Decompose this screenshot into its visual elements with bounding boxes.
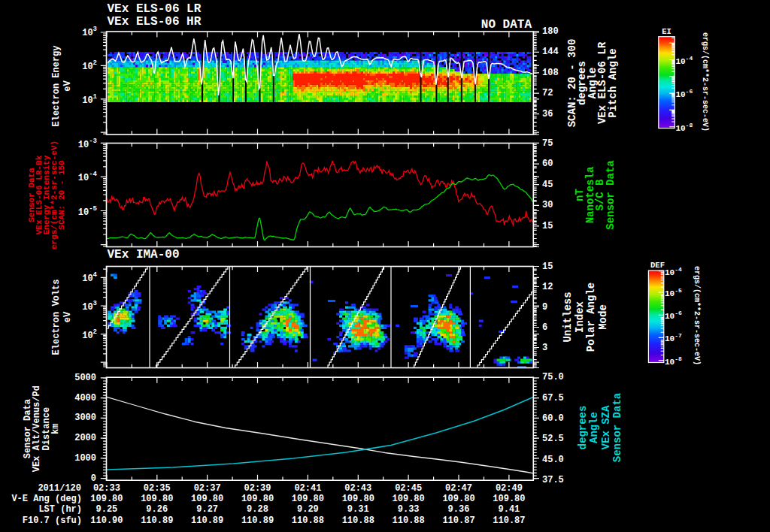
svg-text:3: 3 bbox=[542, 343, 547, 353]
svg-text:6: 6 bbox=[542, 322, 547, 333]
svg-text:110.90: 110.90 bbox=[90, 515, 123, 526]
svg-text:degrees: degrees bbox=[577, 406, 589, 450]
svg-text:110.87: 110.87 bbox=[493, 515, 525, 526]
svg-text:109.80: 109.80 bbox=[141, 494, 173, 504]
svg-text:9: 9 bbox=[542, 302, 547, 313]
svg-text:02:33: 02:33 bbox=[93, 483, 120, 494]
svg-text:108: 108 bbox=[542, 68, 559, 78]
svg-text:Mode: Mode bbox=[597, 304, 609, 330]
svg-text:ergs/(cm**2-sr-sec-eV): ergs/(cm**2-sr-sec-eV) bbox=[693, 266, 701, 365]
svg-text:15: 15 bbox=[542, 261, 553, 272]
svg-text:9.36: 9.36 bbox=[448, 504, 470, 515]
svg-text:eV: eV bbox=[62, 80, 73, 92]
svg-text:VEx SZA: VEx SZA bbox=[600, 405, 612, 449]
svg-text:Pitch Angle: Pitch Angle bbox=[607, 48, 619, 117]
svg-text:9.27: 9.27 bbox=[196, 504, 218, 515]
svg-text:110.88: 110.88 bbox=[292, 515, 324, 526]
svg-text:75: 75 bbox=[542, 138, 553, 149]
svg-text:ergs/(cm**2-sr-sec-eV): ergs/(cm**2-sr-sec-eV) bbox=[701, 32, 709, 131]
svg-text:Electron Volts: Electron Volts bbox=[51, 280, 62, 355]
svg-text:Index: Index bbox=[574, 301, 586, 333]
svg-text:110.89: 110.89 bbox=[241, 515, 274, 526]
svg-text:15: 15 bbox=[542, 221, 553, 231]
svg-text:9.29: 9.29 bbox=[297, 504, 319, 515]
svg-text:9.31: 9.31 bbox=[347, 504, 369, 515]
svg-text:02:39: 02:39 bbox=[244, 483, 271, 494]
svg-text:NO DATA: NO DATA bbox=[481, 18, 532, 32]
svg-text:9.28: 9.28 bbox=[247, 504, 268, 515]
svg-text:VEx IMA-00: VEx IMA-00 bbox=[108, 248, 180, 261]
svg-text:02:49: 02:49 bbox=[496, 483, 523, 494]
svg-text:110.89: 110.89 bbox=[191, 515, 223, 526]
svg-text:Sensor Data: Sensor Data bbox=[605, 160, 617, 230]
svg-text:60: 60 bbox=[542, 159, 553, 169]
svg-text:02:43: 02:43 bbox=[344, 483, 371, 494]
svg-text:109.80: 109.80 bbox=[90, 494, 123, 504]
svg-text:110.88: 110.88 bbox=[393, 515, 425, 526]
svg-text:110.88: 110.88 bbox=[342, 515, 374, 526]
svg-text:45.0: 45.0 bbox=[542, 455, 564, 465]
svg-text:109.80: 109.80 bbox=[393, 494, 425, 504]
svg-text:3000: 3000 bbox=[74, 413, 96, 423]
svg-text:30: 30 bbox=[542, 200, 553, 210]
svg-text:EI: EI bbox=[662, 27, 671, 36]
svg-text:72: 72 bbox=[542, 88, 553, 98]
svg-text:109.80: 109.80 bbox=[442, 494, 474, 504]
svg-text:9.33: 9.33 bbox=[398, 504, 420, 515]
svg-text:Electron Energy: Electron Energy bbox=[51, 45, 62, 126]
svg-text:LST (hr): LST (hr) bbox=[38, 504, 82, 515]
svg-text:180: 180 bbox=[542, 26, 559, 37]
svg-text:109.80: 109.80 bbox=[292, 494, 324, 504]
svg-text:9.25: 9.25 bbox=[95, 504, 117, 515]
svg-text:5000: 5000 bbox=[74, 373, 96, 383]
svg-text:02:45: 02:45 bbox=[395, 483, 422, 494]
svg-text:02:41: 02:41 bbox=[294, 483, 321, 494]
svg-text:VEx ELS-06 HR: VEx ELS-06 HR bbox=[108, 15, 202, 29]
svg-text:4000: 4000 bbox=[74, 393, 96, 404]
svg-text:02:47: 02:47 bbox=[445, 483, 472, 494]
svg-text:km: km bbox=[50, 423, 61, 434]
svg-text:52.5: 52.5 bbox=[542, 434, 564, 444]
svg-text:SCAN: 20 - 150: SCAN: 20 - 150 bbox=[57, 160, 66, 229]
svg-text:0: 0 bbox=[91, 473, 96, 484]
svg-text:9.41: 9.41 bbox=[498, 504, 520, 515]
svg-text:DEF: DEF bbox=[650, 261, 665, 270]
svg-text:2000: 2000 bbox=[74, 433, 96, 443]
svg-text:109.80: 109.80 bbox=[342, 494, 374, 504]
svg-text:Angle: Angle bbox=[588, 412, 600, 443]
svg-text:VEx ELS-06 LR: VEx ELS-06 LR bbox=[108, 2, 202, 16]
svg-text:75.0: 75.0 bbox=[542, 372, 564, 382]
svg-text:109.80: 109.80 bbox=[191, 494, 223, 504]
svg-text:110.89: 110.89 bbox=[141, 515, 173, 526]
svg-text:12: 12 bbox=[542, 282, 553, 292]
svg-text:Polar Angle: Polar Angle bbox=[585, 283, 597, 352]
svg-text:110.87: 110.87 bbox=[442, 515, 474, 526]
svg-text:67.5: 67.5 bbox=[542, 393, 564, 404]
svg-text:2011/120: 2011/120 bbox=[38, 483, 81, 494]
svg-text:36: 36 bbox=[542, 109, 553, 119]
svg-text:45: 45 bbox=[542, 180, 553, 190]
svg-text:eV: eV bbox=[62, 311, 73, 322]
svg-text:60.0: 60.0 bbox=[542, 413, 564, 424]
svg-text:144: 144 bbox=[542, 47, 559, 57]
svg-text:109.80: 109.80 bbox=[241, 494, 274, 504]
svg-text:F10.7 (sfu): F10.7 (sfu) bbox=[23, 515, 82, 526]
svg-text:02:37: 02:37 bbox=[194, 483, 221, 494]
svg-text:02:35: 02:35 bbox=[144, 483, 171, 494]
svg-text:1000: 1000 bbox=[74, 453, 96, 464]
svg-text:109.80: 109.80 bbox=[493, 494, 525, 504]
svg-text:V-E Ang (deg): V-E Ang (deg) bbox=[11, 494, 82, 504]
svg-text:Unitless: Unitless bbox=[562, 292, 574, 342]
svg-text:Sensor Data: Sensor Data bbox=[611, 392, 623, 462]
svg-text:9.26: 9.26 bbox=[146, 504, 168, 515]
svg-text:37.5: 37.5 bbox=[542, 475, 564, 485]
